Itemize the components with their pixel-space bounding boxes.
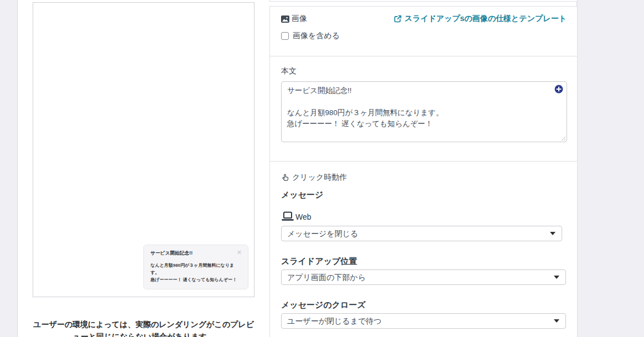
- image-spec-template-link-label: スライドアップsの画像の仕様とテンプレート: [404, 14, 567, 24]
- slideup-position-select[interactable]: アプリ画面の下部から: [281, 269, 566, 285]
- slideup-position-heading: スライドアップ位置: [281, 256, 357, 267]
- message-close-heading: メッセージのクローズ: [281, 300, 366, 310]
- include-image-checkbox-label: 画像を含める: [293, 31, 340, 41]
- slideup-preview-body-line: なんと月額980円が３ヶ月間無料になります。: [150, 262, 242, 276]
- content-area: サービス開始記念!! ✕ なんと月額980円が３ヶ月間無料になります。 急げーー…: [17, 0, 577, 337]
- slideup-preview-card: サービス開始記念!! ✕ なんと月額980円が３ヶ月間無料になります。 急げーー…: [143, 245, 248, 289]
- image-spec-template-link[interactable]: スライドアップsの画像の仕様とテンプレート: [394, 14, 567, 24]
- include-image-checkbox[interactable]: [281, 32, 289, 40]
- textarea-resize-handle[interactable]: [560, 136, 566, 141]
- body-text-section-panel: 本文 サービス開始記念!! なんと月額980円が３ヶ月間無料になります。 急げー…: [269, 56, 578, 162]
- click-action-label: クリック時動作: [292, 173, 347, 183]
- hand-pointer-icon: [281, 173, 289, 182]
- message-close-select[interactable]: ユーザーが閉じるまで待つ: [281, 313, 566, 329]
- message-heading: メッセージ: [281, 190, 323, 200]
- previous-section-edge: [269, 0, 578, 2]
- body-text-label: 本文: [281, 66, 297, 76]
- external-link-icon: [394, 15, 402, 23]
- slideup-preview-title: サービス開始記念!!: [150, 250, 193, 257]
- include-image-checkbox-row[interactable]: 画像を含める: [281, 31, 340, 41]
- slideup-preview-body-line: 急げーーーー！ 遅くなっても知らんぞー！: [150, 276, 242, 283]
- slideup-preview-body: なんと月額980円が３ヶ月間無料になります。 急げーーーー！ 遅くなっても知らん…: [150, 262, 242, 283]
- body-text-input[interactable]: サービス開始記念!! なんと月額980円が３ヶ月間無料になります。 急げーーーー…: [281, 81, 567, 142]
- click-action-section-panel: クリック時動作 メッセージ Web メッセージを閉じる スライドアップ位置 アプ…: [269, 161, 578, 337]
- image-section-label: 画像: [292, 14, 307, 24]
- preview-panel: サービス開始記念!! ✕ なんと月額980円が３ヶ月間無料になります。 急げーー…: [33, 2, 255, 297]
- web-monitor-icon: [282, 211, 294, 221]
- preview-disclaimer-note: ユーザーの環境によっては、実際のレンダリングがこのプレビューと同じにならない場合…: [32, 318, 256, 337]
- web-click-action-select[interactable]: メッセージを閉じる: [281, 226, 562, 241]
- image-icon: [281, 15, 289, 23]
- insert-variable-button[interactable]: [554, 85, 563, 94]
- close-icon: ✕: [237, 250, 242, 255]
- image-section-panel: 画像 スライドアップsの画像の仕様とテンプレート 画像を含める: [269, 6, 578, 56]
- web-label: Web: [295, 212, 311, 221]
- plus-circle-icon: [554, 85, 563, 94]
